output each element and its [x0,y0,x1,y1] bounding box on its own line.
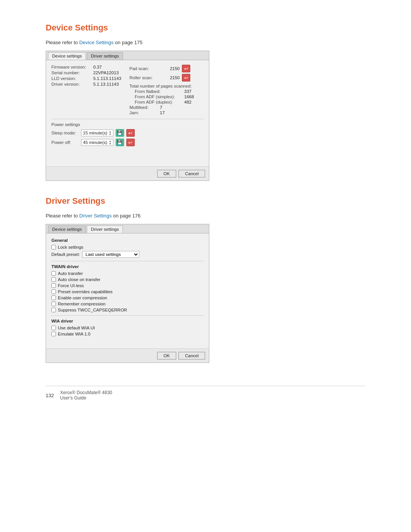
sleep-mode-up-arrow[interactable]: ▲ [109,130,112,133]
driver-dialog-footer: OK Cancel [46,348,209,363]
device-ok-button[interactable]: OK [157,170,177,177]
from-adf-duplex-value: 482 [184,100,191,104]
serial-row: Serial number: 22VPA12013 [51,70,126,75]
roller-scan-reset-button[interactable]: ↩ [182,74,190,81]
lld-row: LLD version: 5.1.113.11143 [51,76,126,81]
tab-driver-settings-2[interactable]: Driver settings [87,225,123,233]
power-off-spinner[interactable]: 45 minute(s) ▲ ▼ [81,139,113,146]
from-flatbed-row: From flatbed: 337 [129,89,204,94]
enable-compression-checkbox[interactable] [51,296,56,300]
pad-scan-value: 2150 [166,66,180,71]
sleep-mode-spinner[interactable]: 15 minute(s) ▲ ▼ [81,129,113,136]
roller-scan-label: Roller scan: [129,75,164,80]
emulate-wia-checkbox[interactable] [51,332,56,336]
roller-scan-value: 2150 [166,75,180,80]
remember-compression-checkbox[interactable] [51,302,56,306]
power-off-label: Power off: [51,140,79,145]
use-default-wia-label: Use default WIA UI [58,326,95,330]
lock-settings-checkbox[interactable] [51,245,56,249]
use-default-wia-checkbox[interactable] [51,326,56,330]
remember-compression-label: Remember compression [58,302,105,306]
driver-version-label: Driver version: [51,82,93,86]
from-adf-duplex-label: From ADF (duplex): [135,100,184,104]
serial-value: 22VPA12013 [93,70,119,75]
sleep-mode-label: Sleep mode: [51,131,79,135]
default-preset-label: Default preset: [51,252,80,257]
preset-overrides-checkbox[interactable] [51,289,56,294]
firmware-row: Firmware version: 0.37 [51,65,126,69]
preset-overrides-label: Preset overrides capabilities [58,289,113,294]
auto-close-checkbox[interactable] [51,277,56,282]
sleep-mode-save-button[interactable]: 💾 [116,129,124,137]
enable-compression-label: Enable user compression [58,296,107,300]
driver-settings-dialog: Device settings Driver settings General … [46,224,209,363]
general-divider [51,261,204,261]
device-settings-link[interactable]: Device Settings [79,40,113,45]
driver-ok-button[interactable]: OK [157,352,177,359]
driver-version-row: Driver version: 5.1.13.11143 [51,82,126,86]
driver-settings-refer: Please refer to Driver Settings on page … [46,213,365,219]
multifeed-row: Multifeed: 7 [129,105,204,110]
default-preset-row: Default preset: Last used settings [51,251,204,258]
device-info-right: Pad scan: 2150 ↩ Roller scan: 2150 ↩ Tot… [129,65,204,116]
device-settings-dialog: Device settings Driver settings Firmware… [46,51,209,181]
driver-settings-tabs: Device settings Driver settings [46,224,209,233]
power-off-down-arrow[interactable]: ▼ [109,142,112,145]
tab-device-settings-2[interactable]: Device settings [48,225,86,233]
default-preset-select[interactable]: Last used settings [82,251,139,258]
page-content: Device Settings Please refer to Device S… [0,0,411,423]
product-line2: User's Guide [60,395,112,401]
device-settings-tabs: Device settings Driver settings [46,51,209,60]
pages-section: Total number of pages scanned: From flat… [129,84,204,115]
power-off-row: Power off: 45 minute(s) ▲ ▼ 💾 ↩ [51,139,204,146]
force-ui-checkbox[interactable] [51,283,56,288]
tab-device-settings[interactable]: Device settings [48,52,86,60]
general-label: General [51,238,204,243]
sleep-mode-down-arrow[interactable]: ▼ [109,133,112,136]
multifeed-label: Multifeed: [129,105,160,110]
jam-row: Jam: 17 [129,110,204,115]
auto-close-row: Auto close on transfer [51,277,204,282]
device-settings-content: Firmware version: 0.37 Serial number: 22… [46,60,209,163]
roller-scan-row: Roller scan: 2150 ↩ [129,74,204,81]
from-flatbed-value: 337 [184,89,191,94]
power-off-arrows[interactable]: ▲ ▼ [109,140,112,145]
sleep-mode-value: 15 minute(s) [83,131,107,135]
spacer2 [51,338,204,342]
device-settings-refer: Please refer to Device Settings on page … [46,40,365,45]
suppress-twcc-checkbox[interactable] [51,308,56,312]
device-cancel-button[interactable]: Cancel [178,170,205,177]
twain-divider [51,315,204,316]
power-off-reset-button[interactable]: ↩ [126,139,135,146]
force-ui-row: Force UI-less [51,283,204,288]
spacer1 [51,148,204,160]
driver-cancel-button[interactable]: Cancel [178,352,205,359]
preset-overrides-row: Preset overrides capabilities [51,289,204,294]
pad-scan-reset-button[interactable]: ↩ [182,65,190,72]
product-info: Xerox® DocuMate® 4830 User's Guide [60,390,112,401]
jam-value: 17 [160,110,165,115]
lld-value: 5.1.113.11143 [93,76,121,81]
sleep-mode-reset-button[interactable]: ↩ [126,129,135,137]
from-flatbed-label: From flatbed: [135,89,184,94]
auto-transfer-label: Auto transfer [58,271,83,276]
emulate-wia-row: Emulate WIA 1.0 [51,332,204,336]
sleep-mode-arrows[interactable]: ▲ ▼ [109,130,112,136]
device-info-left: Firmware version: 0.37 Serial number: 22… [51,65,126,116]
power-off-up-arrow[interactable]: ▲ [109,140,112,142]
tab-driver-settings-1[interactable]: Driver settings [87,52,123,60]
product-line1: Xerox® DocuMate® 4830 [60,390,112,395]
page-footer: 132 Xerox® DocuMate® 4830 User's Guide [46,386,365,401]
driver-settings-link[interactable]: Driver Settings [79,213,112,219]
lld-label: LLD version: [51,76,93,81]
driver-settings-content: General Lock settings Default preset: La… [46,233,209,345]
power-off-save-button[interactable]: 💾 [116,139,124,146]
device-dialog-footer: OK Cancel [46,166,209,181]
emulate-wia-label: Emulate WIA 1.0 [58,332,91,336]
multifeed-value: 7 [160,105,162,110]
jam-label: Jam: [129,110,160,115]
twain-driver-label: TWAIN driver [51,264,204,269]
use-default-wia-row: Use default WIA UI [51,326,204,330]
total-pages-label: Total number of pages scanned: [129,84,204,88]
auto-transfer-checkbox[interactable] [51,271,56,276]
